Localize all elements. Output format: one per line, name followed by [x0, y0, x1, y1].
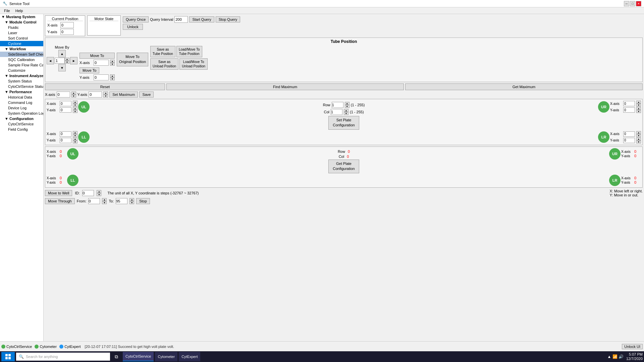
- ll1-x-input[interactable]: [60, 131, 71, 137]
- max-x-input[interactable]: [57, 92, 70, 98]
- ur1-x-up[interactable]: ▲: [636, 101, 641, 104]
- ll1-corner-btn[interactable]: LL: [78, 131, 90, 143]
- cytometer-status[interactable]: Cytometer: [35, 345, 57, 349]
- ll1-x-up[interactable]: ▲: [73, 131, 77, 134]
- ul1-corner-btn[interactable]: UL: [78, 101, 90, 113]
- set-plate-config-btn[interactable]: Set Plate Configuration: [328, 116, 359, 130]
- sidebar-item-field-config[interactable]: Field Config: [0, 127, 43, 132]
- moveto-y-down[interactable]: ▼: [110, 77, 115, 80]
- load-move-tube-btn[interactable]: Load/Move To Tube Position: [176, 46, 202, 57]
- ll1-y-down[interactable]: ▼: [73, 140, 77, 143]
- max-y-up[interactable]: ▲: [103, 92, 108, 95]
- reset-btn[interactable]: Reset: [45, 83, 165, 90]
- cytoctrl-service-status[interactable]: CytoCtrlService: [1, 345, 32, 349]
- sidebar-item-historical-data[interactable]: Historical Data: [0, 95, 43, 100]
- load-move-unload-btn[interactable]: Load/Move To Unload Position: [179, 58, 208, 70]
- ur1-x-down[interactable]: ▼: [636, 104, 641, 107]
- nav-value-down-arrow[interactable]: ▼: [65, 61, 69, 64]
- max-x-up[interactable]: ▲: [71, 92, 76, 95]
- unlock-ui-btn[interactable]: Unlock UI: [622, 344, 643, 349]
- menu-help[interactable]: Help: [13, 8, 26, 13]
- sidebar-item-system-status[interactable]: System Status: [0, 78, 43, 84]
- unlock-btn[interactable]: Unlock: [123, 24, 143, 30]
- row-down[interactable]: ▼: [345, 105, 350, 108]
- sidebar-item-system-operation-log[interactable]: System Operation Log: [0, 111, 43, 116]
- moveto-x-input[interactable]: [94, 60, 109, 66]
- stop-btn[interactable]: Stop: [136, 198, 150, 204]
- to-input[interactable]: [116, 198, 127, 204]
- sidebar-item-laser[interactable]: Laser: [0, 30, 43, 36]
- sidebar-item-configuration[interactable]: ▼ Configuration: [0, 116, 43, 121]
- id-up[interactable]: ▲: [97, 190, 101, 193]
- move-to-original-btn[interactable]: Move To Original Position: [117, 53, 148, 66]
- from-down[interactable]: ▼: [102, 201, 107, 204]
- nav-right-btn[interactable]: ►: [70, 57, 77, 64]
- task-view-btn[interactable]: ⧉: [111, 352, 121, 361]
- save-tube-position-btn[interactable]: Save as Tube Position: [150, 46, 175, 57]
- sidebar-item-command-log[interactable]: Command Log: [0, 100, 43, 105]
- ur1-x-input[interactable]: [623, 101, 635, 106]
- row-input[interactable]: [332, 102, 343, 108]
- moveto-x-down[interactable]: ▼: [110, 63, 115, 66]
- start-query-btn[interactable]: Start Query: [189, 16, 214, 22]
- save-btn[interactable]: Save: [139, 92, 154, 98]
- yaxis-current-input[interactable]: [60, 29, 74, 35]
- from-up[interactable]: ▲: [102, 198, 107, 201]
- taskbar-search[interactable]: 🔍 Search for anything: [16, 353, 110, 361]
- sidebar-item-sqc-calibration[interactable]: SQC Calibration: [0, 57, 43, 62]
- get-plate-config-btn[interactable]: Get Plate Configuration: [328, 160, 359, 173]
- save-unload-btn[interactable]: Save as Unload Position: [150, 58, 178, 70]
- ur1-corner-btn[interactable]: UR: [598, 101, 609, 113]
- sidebar-item-device-log[interactable]: Device Log: [0, 105, 43, 111]
- move-to-btn[interactable]: Move To: [79, 53, 115, 59]
- sidebar-item-cyclone[interactable]: Cyclone: [0, 41, 43, 46]
- nav-value-input[interactable]: [55, 58, 65, 64]
- taskbar-clock[interactable]: 5:07 PM 12/7/2020: [626, 352, 643, 361]
- nav-down-btn[interactable]: ▼: [58, 64, 66, 71]
- move-to-well-btn[interactable]: Move to Well: [45, 190, 72, 196]
- col-input[interactable]: [331, 109, 342, 115]
- taskbar-app-cytometer[interactable]: Cytometer: [155, 352, 177, 361]
- ur1-y-input[interactable]: [623, 107, 635, 113]
- ul1-y-input[interactable]: [60, 107, 71, 113]
- taskbar-app-cytexpert[interactable]: CytExpert: [179, 352, 200, 361]
- ll2-corner-btn[interactable]: LL: [67, 175, 78, 186]
- minimize-btn[interactable]: ─: [624, 1, 629, 6]
- lr2-corner-btn[interactable]: LR: [609, 175, 621, 186]
- moveto-y-input[interactable]: [94, 74, 109, 80]
- maximize-btn[interactable]: □: [630, 1, 635, 6]
- stop-query-btn[interactable]: Stop Query: [216, 16, 240, 22]
- sidebar-item-workflow[interactable]: ▼ Workflow: [0, 46, 43, 52]
- lr1-x-input[interactable]: [623, 131, 635, 137]
- moveto-x-up[interactable]: ▲: [110, 60, 115, 63]
- lr1-x-up[interactable]: ▲: [636, 131, 641, 134]
- id-input[interactable]: [82, 190, 94, 196]
- query-interval-input[interactable]: [174, 16, 188, 23]
- sidebar-item-module-control[interactable]: ▼ Module Control: [0, 19, 43, 25]
- id-down[interactable]: ▼: [97, 193, 101, 196]
- ur1-y-down[interactable]: ▼: [636, 110, 641, 113]
- find-maximum-btn[interactable]: Find Maximum: [166, 83, 404, 90]
- sidebar-item-sort-control[interactable]: Sort Control: [0, 36, 43, 41]
- menu-file[interactable]: File: [1, 8, 13, 13]
- sidebar-item-cytoctrl-service-status[interactable]: CytoCtrlService Status: [0, 84, 43, 89]
- nav-up-btn[interactable]: ▲: [58, 50, 66, 57]
- sidebar-item-fluidic[interactable]: Fluidic: [0, 25, 43, 30]
- ul1-x-down[interactable]: ▼: [73, 104, 77, 107]
- move-to2-btn[interactable]: Move To: [79, 67, 99, 73]
- sidebar-item-mustang-system[interactable]: ▼ Mustang System: [0, 14, 43, 19]
- lr1-y-input[interactable]: [623, 138, 635, 143]
- move-through-btn[interactable]: Move Through: [45, 198, 75, 204]
- sidebar-item-instrument-analyze[interactable]: ▼ Instrument Analyze: [0, 73, 43, 78]
- max-y-input[interactable]: [89, 92, 102, 98]
- sidebar-item-customize[interactable]: Customize: [0, 68, 43, 73]
- sidebar-item-sidestream-self-check[interactable]: SideStream Self Check: [0, 52, 43, 57]
- moveto-y-up[interactable]: ▲: [110, 74, 115, 77]
- ul1-x-up[interactable]: ▲: [73, 101, 77, 104]
- ur2-corner-btn[interactable]: UR: [609, 148, 621, 160]
- lr1-y-up[interactable]: ▲: [636, 137, 641, 140]
- sidebar-item-sample-flow-rate[interactable]: Sample Flow Rate Calibration: [0, 62, 43, 68]
- max-x-down[interactable]: ▼: [71, 95, 76, 98]
- to-up[interactable]: ▲: [129, 198, 134, 201]
- start-btn[interactable]: [1, 352, 15, 361]
